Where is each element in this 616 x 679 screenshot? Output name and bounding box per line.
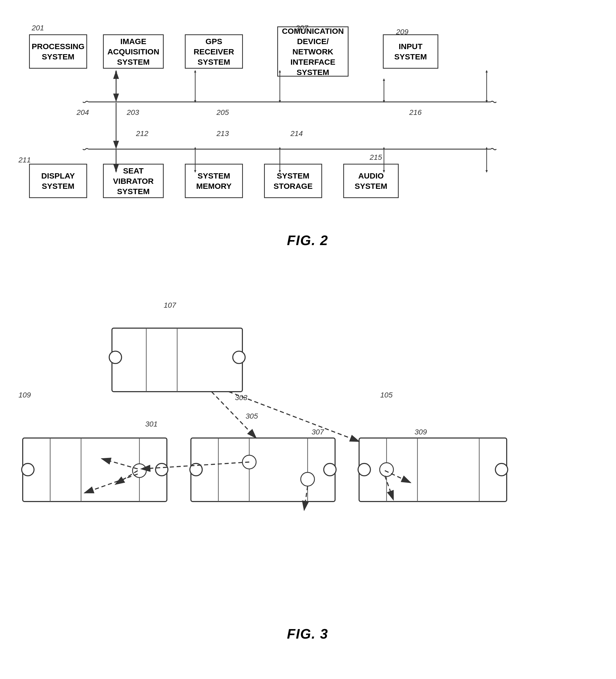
svg-point-59: [495, 463, 508, 476]
svg-point-53: [324, 463, 336, 476]
svg-marker-20: [279, 100, 281, 103]
svg-marker-34: [486, 147, 488, 149]
box-comm: COMUNICATION DEVICE/ NETWORK INTERFACE S…: [277, 26, 349, 76]
ref-306: 306: [254, 457, 266, 465]
ref-204: 204: [76, 108, 89, 117]
svg-line-71: [385, 476, 394, 500]
ref-305: 305: [246, 412, 258, 420]
svg-marker-31: [486, 70, 488, 72]
svg-line-66: [102, 459, 138, 469]
svg-line-70: [385, 471, 411, 483]
svg-rect-37: [112, 328, 242, 392]
ref-107: 107: [164, 301, 176, 310]
ref-304: 304: [188, 346, 200, 354]
svg-point-60: [133, 464, 146, 478]
svg-point-58: [358, 463, 370, 476]
svg-marker-16: [194, 147, 196, 149]
svg-marker-35: [486, 170, 488, 173]
svg-rect-54: [359, 438, 507, 502]
ref-214: 214: [290, 129, 303, 138]
ref-215: 215: [370, 153, 382, 162]
svg-marker-32: [486, 100, 488, 103]
svg-point-63: [380, 463, 393, 477]
ref-209: 209: [396, 28, 409, 36]
box-seat-vib: SEAT VIBRATOR SYSTEM: [103, 164, 164, 198]
ref-103: 103: [201, 465, 213, 473]
svg-line-65: [141, 462, 250, 469]
svg-line-72: [116, 471, 138, 484]
box-input: INPUT SYSTEM: [383, 34, 438, 69]
ref-303: 303: [235, 393, 248, 402]
ref-201: 201: [32, 24, 44, 32]
svg-point-46: [22, 463, 34, 476]
page: 201 PROCESSING SYSTEM IMAGE ACQUISITION …: [0, 0, 616, 679]
svg-marker-28: [383, 147, 385, 149]
svg-point-40: [109, 351, 122, 364]
ref-211: 211: [19, 156, 31, 164]
fig3-diagram: 107 109 103 105 301 302 303 304 305 306 …: [16, 285, 599, 628]
ref-207: 207: [296, 24, 308, 32]
svg-marker-26: [383, 100, 385, 103]
svg-line-67: [85, 474, 138, 493]
svg-point-62: [301, 473, 315, 486]
svg-line-69: [304, 486, 307, 510]
svg-marker-9: [115, 70, 117, 72]
box-image-acq: IMAGE ACQUISITION SYSTEM: [103, 34, 164, 69]
box-processing: PROCESSING SYSTEM: [29, 34, 87, 69]
svg-point-41: [233, 351, 245, 364]
ref-216: 216: [409, 108, 422, 117]
ref-213: 213: [217, 129, 229, 138]
svg-marker-22: [279, 147, 281, 149]
ref-301: 301: [145, 420, 158, 428]
ref-203: 203: [127, 108, 139, 117]
box-display: DISPLAY SYSTEM: [29, 164, 87, 198]
ref-212: 212: [136, 129, 149, 138]
svg-rect-42: [23, 438, 167, 502]
svg-marker-14: [194, 100, 196, 103]
fig3-title: FIG. 3: [287, 626, 328, 642]
ref-105: 105: [380, 391, 393, 399]
ref-109: 109: [19, 391, 31, 399]
ref-309: 309: [415, 428, 427, 436]
fig2-title: FIG. 2: [287, 232, 328, 248]
box-sys-stor: SYSTEM STORAGE: [264, 164, 322, 198]
svg-marker-25: [383, 78, 385, 81]
box-audio: AUDIO SYSTEM: [343, 164, 399, 198]
ref-302: 302: [119, 452, 131, 460]
ref-205: 205: [217, 108, 229, 117]
fig2-diagram: 201 PROCESSING SYSTEM IMAGE ACQUISITION …: [16, 16, 599, 232]
box-gps: GPS RECEIVER SYSTEM: [185, 34, 243, 69]
svg-point-52: [190, 463, 202, 476]
ref-307: 307: [312, 428, 324, 436]
svg-marker-13: [194, 70, 196, 72]
svg-point-47: [156, 463, 168, 476]
box-sys-mem: SYSTEM MEMORY: [185, 164, 243, 198]
